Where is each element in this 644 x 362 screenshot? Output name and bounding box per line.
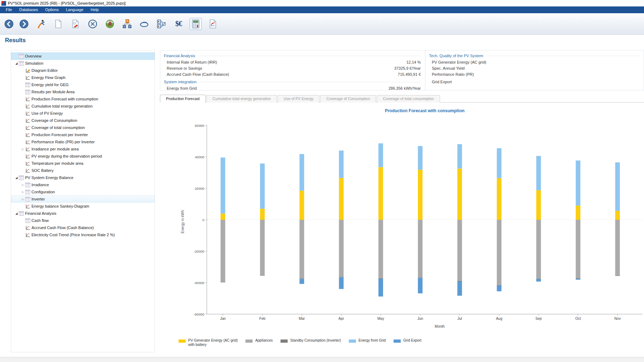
legend-label: Appliances [255, 338, 273, 343]
chart-tab-strip: Production ForecastCumulative total ener… [160, 95, 441, 103]
tree-item-use-of-pv-energy[interactable]: Use of PV Energy [11, 110, 155, 117]
tree-item-simulation[interactable]: ◢Simulation [11, 60, 155, 67]
tree-expander-icon[interactable]: ▷ [21, 148, 25, 151]
menu-language[interactable]: Language [62, 6, 87, 13]
report-icon[interactable] [207, 18, 219, 30]
tab-coverage-of-total-consumption[interactable]: Coverage of total consumption [377, 95, 440, 103]
menu-options[interactable]: Options [42, 6, 62, 13]
menu-help[interactable]: Help [87, 6, 102, 13]
chart-svg: JanFebMarAprMayJunJulAugSepOctNov6000040… [160, 116, 644, 338]
menu-file[interactable]: File [2, 6, 16, 13]
legend-label: Energy from Grid [358, 338, 386, 343]
legend-label: PV Generator Energy (AC grid)with batter… [188, 338, 238, 347]
tree-item-irradiance-per-module-area[interactable]: ▷Irradiance per module area [11, 145, 155, 153]
toolbar: $€ [0, 13, 644, 35]
tree-item-energy-balance-sankey-diagram[interactable]: Energy balance Sankey-Diagram [11, 203, 155, 210]
tree-item-pv-energy-during-the-observation-period[interactable]: PV energy during the observation period [11, 153, 155, 160]
tree-item-financial-analysis[interactable]: ◢Financial Analysis [11, 210, 155, 217]
tree-item-energy-flow-graph[interactable]: Energy Flow Graph [11, 74, 155, 81]
tree-item-inverter[interactable]: ▷Inverter [11, 195, 155, 203]
tree-item-irradiance[interactable]: ▷Irradiance [11, 181, 155, 188]
tree-expander-icon[interactable]: ◢ [14, 212, 19, 215]
nav-forward-icon[interactable] [18, 18, 30, 30]
tree-item-label: PV System Energy Balance [25, 175, 73, 180]
bar-mar: Mar [299, 154, 305, 321]
tree-item-production-forecast-with-consumption[interactable]: Production Forecast with consumption [11, 95, 155, 103]
nav-back-icon[interactable] [3, 18, 15, 30]
legend-swatch [394, 339, 401, 343]
new-project-icon[interactable] [52, 18, 64, 30]
financial-analysis-header: Financial Analysis [164, 53, 421, 59]
tree-item-label: Diagram Editor [31, 68, 58, 73]
tree-expander-icon[interactable]: ▷ [21, 198, 25, 201]
tree-item-electricity-cost-trend-price-increase-rate-2[interactable]: Electricity Cost Trend (Price Increase R… [11, 231, 155, 238]
tree-item-cumulative-total-energy-generation[interactable]: Cumulative total energy generation [11, 103, 155, 110]
app-icon [1, 1, 6, 6]
tree-item-soc-battery[interactable]: SOC Battery [11, 167, 155, 174]
summary-right-column: Tech. Quality of the PV System PV Genera… [425, 50, 644, 90]
tree-item-label: Production Forecast per Inverter [31, 133, 88, 137]
export-diagram-icon[interactable] [155, 18, 167, 30]
tree-item-coverage-of-total-consumption[interactable]: Coverage of total consumption [11, 124, 155, 131]
bar-feb: Feb [259, 164, 266, 321]
3d-design-icon[interactable] [104, 18, 116, 30]
system-integration-header: System integration [164, 79, 421, 85]
tree-item-coverage-of-consumption[interactable]: Coverage of Consumption [11, 117, 155, 124]
tree-item-label: Electricity Cost Trend (Price Increase R… [31, 233, 115, 237]
graph-icon [25, 75, 30, 80]
tab-cumulative-total-energy-generation[interactable]: Cumulative total energy generation [206, 95, 277, 103]
tree-item-label: Irradiance per module area [31, 147, 79, 151]
svg-text:40000: 40000 [195, 155, 204, 159]
tree-item-label: Inverter [31, 197, 45, 201]
tree-expander-icon[interactable]: ▷ [21, 183, 25, 187]
tree-item-energy-yield-for-geg[interactable]: Energy yield for GEG [11, 81, 155, 88]
tree-item-label: Overview [25, 54, 42, 58]
graph-icon [25, 168, 30, 173]
tab-coverage-of-consumption[interactable]: Coverage of Consumption [320, 95, 376, 103]
graph-icon [25, 225, 30, 230]
tree-item-accrued-cash-flow-cash-balance[interactable]: Accrued Cash Flow (Cash Balance) [11, 224, 155, 231]
tab-production-forecast[interactable]: Production Forecast [160, 95, 206, 103]
tech-row-performance-ratio-pr: Performance Ratio (PR) [429, 71, 639, 77]
tree-item-overview[interactable]: Overview [11, 53, 155, 60]
financial-analysis-icon[interactable]: $€ [172, 18, 185, 30]
summary-label: Grid Export [432, 80, 639, 84]
summary-label: Energy from Grid [167, 86, 389, 90]
tree-item-production-forecast-per-inverter[interactable]: Production Forecast per Inverter [11, 131, 155, 138]
tree-item-diagram-editor[interactable]: Diagram Editor [11, 67, 155, 74]
tree-item-label: Simulation [25, 61, 43, 65]
system-diagram-icon[interactable] [121, 18, 133, 30]
tree-expander-icon[interactable]: ◢ [14, 176, 19, 179]
svg-text:Jun: Jun [417, 317, 423, 321]
legend-swatch [245, 339, 253, 343]
svg-text:Aug: Aug [496, 317, 502, 321]
tree-item-label: Coverage of Consumption [31, 118, 77, 123]
tree-item-configuration[interactable]: ▷Configuration [11, 188, 155, 195]
project-data-icon[interactable] [35, 18, 47, 30]
tree-item-results-per-module-area[interactable]: Results per Module Area [11, 88, 155, 95]
tree-item-label: Financial Analysis [25, 211, 56, 215]
results-icon[interactable] [190, 18, 202, 30]
tree-expander-icon[interactable]: ▷ [21, 190, 25, 194]
tree-item-label: PV energy during the observation period [31, 154, 102, 158]
tree-item-cash-flow[interactable]: Cash flow [11, 217, 155, 224]
cabling-icon[interactable] [138, 18, 150, 30]
svg-text:Nov: Nov [614, 317, 621, 321]
financial-row-accrued-cash-flow-cash-balance: Accrued Cash Flow (Cash Balance)715.490,… [164, 71, 421, 77]
tree-item-pv-system-energy-balance[interactable]: ◢PV System Energy Balance [11, 174, 155, 181]
tree-item-temperature-per-module-area[interactable]: Temperature per module area [11, 160, 155, 167]
table-icon [19, 61, 24, 66]
table-icon [25, 82, 30, 88]
svg-text:-40000: -40000 [194, 281, 204, 285]
tree-item-performance-ratio-pr-per-inverter[interactable]: Performance Ratio (PR) per Inverter [11, 138, 155, 145]
summary-label: Performance Ratio (PR) [432, 72, 639, 76]
menu-databases[interactable]: Databases [16, 6, 42, 13]
bar-jun: Jun [417, 146, 423, 321]
bar-sep: Sep [536, 156, 542, 321]
window-title: PV*SOL premium 2025 (R8) - [PVSOL_Gewerb… [8, 1, 126, 5]
legend-item-standby-consumption-inverter: Standby Consumption (Inverter) [280, 338, 341, 343]
tab-use-of-pv-energy[interactable]: Use of PV Energy [278, 95, 319, 103]
tree-expander-icon[interactable]: ◢ [14, 62, 19, 65]
close-project-icon[interactable] [87, 18, 99, 30]
edit-project-icon[interactable] [69, 18, 82, 30]
